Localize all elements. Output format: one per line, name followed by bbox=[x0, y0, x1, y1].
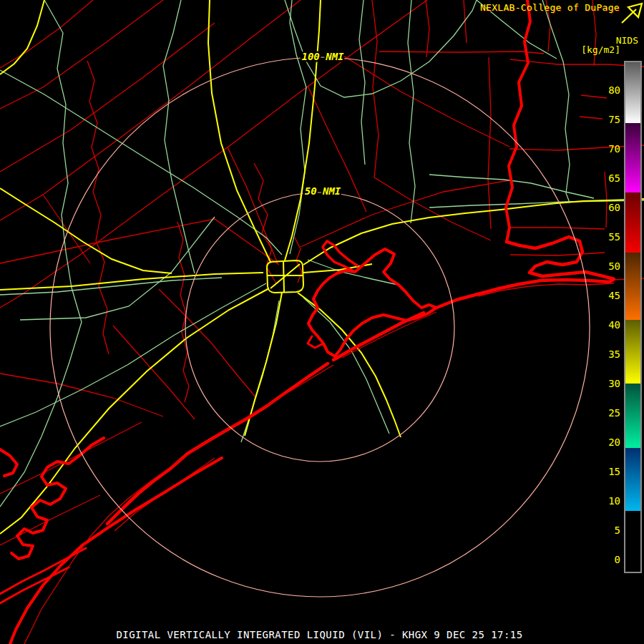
county-boundary-lines bbox=[0, 0, 644, 545]
tick-label: 70 bbox=[589, 142, 620, 155]
tick-label: 65 bbox=[589, 172, 620, 185]
coastline bbox=[0, 0, 614, 644]
tick-label: 30 bbox=[589, 377, 620, 390]
interstate-lines bbox=[0, 0, 644, 534]
tick-label: 0 bbox=[589, 553, 620, 566]
range-ring-100nmi bbox=[50, 57, 590, 597]
range-rings: 100 NMI 50 NMI bbox=[50, 51, 590, 597]
tick-label: 15 bbox=[589, 465, 620, 478]
radar-display: 100 NMI 50 NMI NEXLAB-College of DuPage … bbox=[0, 0, 644, 644]
color-scale-gradient bbox=[625, 62, 640, 572]
tick-label: 10 bbox=[589, 494, 620, 507]
product-caption: DIGITAL VERTICALLY INTEGRATED LIQUID (VI… bbox=[0, 629, 639, 640]
radar-map: 100 NMI 50 NMI bbox=[0, 0, 644, 644]
range-ring-label-100: 100 NMI bbox=[301, 51, 344, 62]
color-scale-bar bbox=[624, 61, 642, 573]
tick-label: 75 bbox=[589, 113, 620, 126]
tick-label: 35 bbox=[589, 348, 620, 361]
tick-label: 5 bbox=[589, 524, 620, 537]
tick-label: 40 bbox=[589, 318, 620, 331]
range-ring-50nmi bbox=[185, 192, 454, 462]
tick-label: 60 bbox=[589, 201, 620, 214]
north-arrow-icon bbox=[622, 4, 642, 23]
tick-label: 55 bbox=[589, 230, 620, 243]
tick-label: 20 bbox=[589, 436, 620, 449]
brand-title: NEXLAB-College of DuPage bbox=[480, 2, 620, 13]
tick-label: 45 bbox=[589, 289, 620, 302]
tick-label: 50 bbox=[589, 260, 620, 273]
range-ring-label-50: 50 NMI bbox=[305, 185, 341, 197]
scale-units-label: [kg/m2] bbox=[581, 44, 620, 55]
tick-label: 80 bbox=[589, 84, 620, 97]
tick-label: 25 bbox=[589, 406, 620, 419]
